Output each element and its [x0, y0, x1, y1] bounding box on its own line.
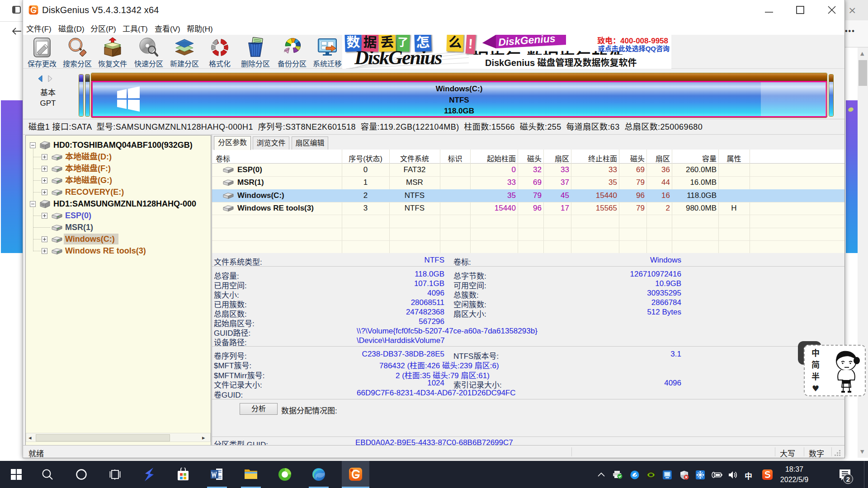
tab-sector-edit[interactable]: 扇区编辑	[292, 136, 328, 150]
show-desktop-divider[interactable]	[864, 461, 864, 488]
expand-icon[interactable]	[42, 213, 47, 219]
toolbar-quick-partition-button[interactable]: 快速分区	[132, 36, 166, 68]
expand-icon[interactable]	[42, 236, 47, 242]
volume-tray-icon[interactable]	[728, 470, 738, 479]
expand-icon[interactable]	[42, 189, 47, 195]
col-end-sector[interactable]: 扇区	[656, 153, 670, 164]
resize-grip[interactable]	[834, 449, 841, 456]
taskbar-clock[interactable]: 18:37 2022/5/9	[774, 464, 815, 485]
scroll-left-icon[interactable]: ◂	[28, 433, 32, 442]
sogou-tray-icon[interactable]	[762, 469, 773, 480]
toolbar-backup-partition-button[interactable]: 备份分区	[275, 36, 309, 68]
col-filesystem[interactable]: 文件系统	[389, 153, 440, 164]
expand-icon[interactable]	[42, 154, 47, 160]
word-button[interactable]	[203, 461, 231, 488]
intel-graphics-tray-icon[interactable]	[663, 470, 672, 479]
table-row-msr[interactable]: MSR(1) 1 MSR 33 69 37 35 79 44 16.0MB	[212, 176, 844, 189]
menu-file[interactable]: 文件(F)	[26, 23, 52, 34]
analyze-button[interactable]: 分析	[240, 403, 278, 415]
browser-scrollbar-thumb[interactable]	[859, 60, 867, 86]
power-tray-icon[interactable]	[712, 471, 722, 479]
scroll-down-icon[interactable]: ▼	[860, 449, 864, 455]
browser-tab-close-icon[interactable]: ×	[848, 5, 856, 16]
expand-icon[interactable]	[42, 166, 47, 172]
tree-horizontal-scrollbar[interactable]: ◂ ▸	[26, 433, 211, 442]
col-end-cylinder[interactable]: 终止柱面	[588, 153, 617, 164]
toolbar-delete-partition-button[interactable]: 删除分区	[238, 36, 273, 68]
browser-360-button[interactable]	[271, 461, 298, 488]
start-button[interactable]	[3, 461, 30, 488]
menu-partition[interactable]: 分区(P)	[90, 23, 116, 34]
col-capacity[interactable]: 容量	[702, 153, 717, 164]
toolbar-new-partition-button[interactable]: 新建分区	[167, 36, 202, 68]
ms-store-button[interactable]	[170, 461, 197, 488]
table-row-esp[interactable]: ESP(0) 0 FAT32 0 32 33 33 69 36 260.0MB	[212, 164, 844, 176]
scroll-up-icon[interactable]: ▲	[860, 51, 864, 56]
partition-bar-esp[interactable]	[79, 74, 84, 117]
action-center-button[interactable]: 2	[834, 466, 861, 488]
col-flag[interactable]: 标识	[440, 153, 470, 164]
flash-app-button[interactable]	[136, 461, 163, 488]
tree-item-disk-f[interactable]: 本地磁盘(F:)	[26, 163, 211, 175]
tree-item-msr[interactable]: MSR(1)	[26, 222, 211, 234]
scrollbar-thumb[interactable]	[36, 434, 170, 441]
minimize-button[interactable]	[759, 3, 779, 17]
close-button[interactable]	[821, 3, 842, 17]
scroll-right-icon[interactable]: ▸	[202, 433, 205, 442]
diskgenius-taskbar-button[interactable]	[342, 461, 369, 488]
tray-expand-icon[interactable]	[597, 472, 605, 477]
toolbar-format-button[interactable]: 格式化	[203, 36, 237, 68]
edge-button[interactable]	[305, 461, 332, 488]
cortana-button[interactable]	[68, 461, 95, 488]
messenger-tray-icon[interactable]	[630, 470, 639, 479]
col-attributes[interactable]: 属性	[718, 153, 750, 164]
col-start-sector[interactable]: 扇区	[555, 153, 569, 164]
collapse-icon[interactable]	[30, 142, 36, 148]
nvidia-tray-icon[interactable]	[646, 470, 656, 479]
next-disk-icon[interactable]	[48, 75, 52, 82]
toolbar-search-partition-button[interactable]: 搜索分区	[60, 36, 94, 68]
expand-icon[interactable]	[42, 178, 47, 183]
tree-item-hd0[interactable]: HD0:TOSHIBAMQ04ABF100(932GB)	[26, 140, 211, 151]
tree-item-recovery-e[interactable]: RECOVERY(E:)	[26, 187, 211, 198]
toolbar-system-migration-button[interactable]: 系统迁移	[310, 36, 344, 68]
file-explorer-button[interactable]	[237, 461, 264, 488]
menu-view[interactable]: 查看(V)	[155, 23, 180, 34]
collapse-icon[interactable]	[30, 201, 36, 207]
ad-banner[interactable]: 了 DiskGenius 据恢复 数据恢复软件 数 据 丢 怎 么 ! Disk…	[342, 35, 671, 69]
col-start-cylinder[interactable]: 起始柱面	[487, 153, 516, 164]
table-row-winre[interactable]: Windows RE tools(3) 3 NTFS 15440 96 17 1…	[212, 202, 844, 215]
defender-tray-icon[interactable]	[679, 470, 689, 480]
tree-item-hd1[interactable]: HD1:SAMSUNGMZNLN128HAHQ-000	[26, 198, 211, 210]
tree-item-windows-c[interactable]: Windows(C:)	[26, 234, 211, 245]
col-number-status[interactable]: 序号(状态)	[342, 153, 389, 164]
partition-bar-msr[interactable]	[85, 74, 90, 117]
menu-tools[interactable]: 工具(T)	[123, 23, 148, 34]
tree-item-disk-g[interactable]: 本地磁盘(G:)	[26, 175, 211, 187]
table-row-windows-c-selected[interactable]: Windows(C:) 2 NTFS 35 79 45 15440 96 16 …	[212, 189, 844, 202]
snowflake-tray-icon[interactable]	[696, 470, 705, 479]
browser-back-icon[interactable]	[12, 27, 22, 35]
ad-qq-link[interactable]: 或点击此处选择QQ咨询	[598, 43, 670, 53]
tree-item-winre[interactable]: Windows RE tools(3)	[26, 245, 211, 257]
tree-item-disk-d[interactable]: 本地磁盘(D:)	[26, 151, 211, 163]
col-volume-label[interactable]: 卷标	[216, 153, 230, 164]
col-start-head[interactable]: 磁头	[527, 153, 542, 164]
toolbar-save-button[interactable]: 保存更改	[25, 36, 59, 68]
tab-partition-params[interactable]: 分区参数	[214, 136, 251, 150]
partition-bar-windows-c[interactable]: Windows(C:) NTFS 118.0GB	[91, 73, 827, 118]
prev-disk-icon[interactable]	[38, 75, 42, 82]
menu-help[interactable]: 帮助(H)	[187, 23, 213, 34]
toolbar-recover-files-button[interactable]: 恢复文件	[95, 36, 130, 68]
task-view-button[interactable]	[102, 461, 129, 488]
tab-browse-files[interactable]: 浏览文件	[253, 136, 289, 150]
taskbar-search-button[interactable]	[34, 461, 61, 488]
col-end-head[interactable]: 磁头	[630, 153, 645, 164]
expand-icon[interactable]	[42, 248, 47, 254]
ime-indicator[interactable]: 中	[745, 470, 752, 481]
maximize-button[interactable]	[790, 3, 811, 17]
browser-menu-icon[interactable]: •••	[845, 27, 855, 35]
tree-item-esp[interactable]: ESP(0)	[26, 210, 211, 222]
menu-disk[interactable]: 磁盘(D)	[58, 23, 85, 34]
printer-tray-icon[interactable]	[613, 470, 623, 479]
